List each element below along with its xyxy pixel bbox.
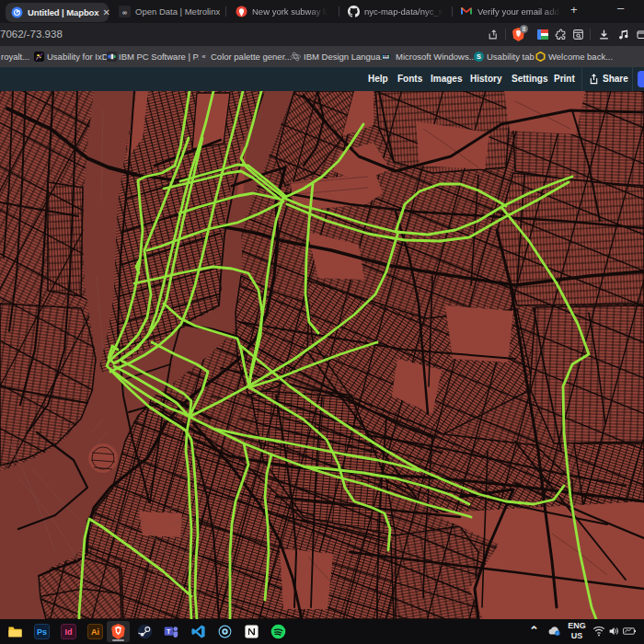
svg-text:∞: ∞ — [122, 9, 127, 16]
svg-text:S: S — [477, 52, 481, 61]
svg-text:«: « — [201, 52, 205, 61]
svg-text:T: T — [167, 628, 170, 635]
